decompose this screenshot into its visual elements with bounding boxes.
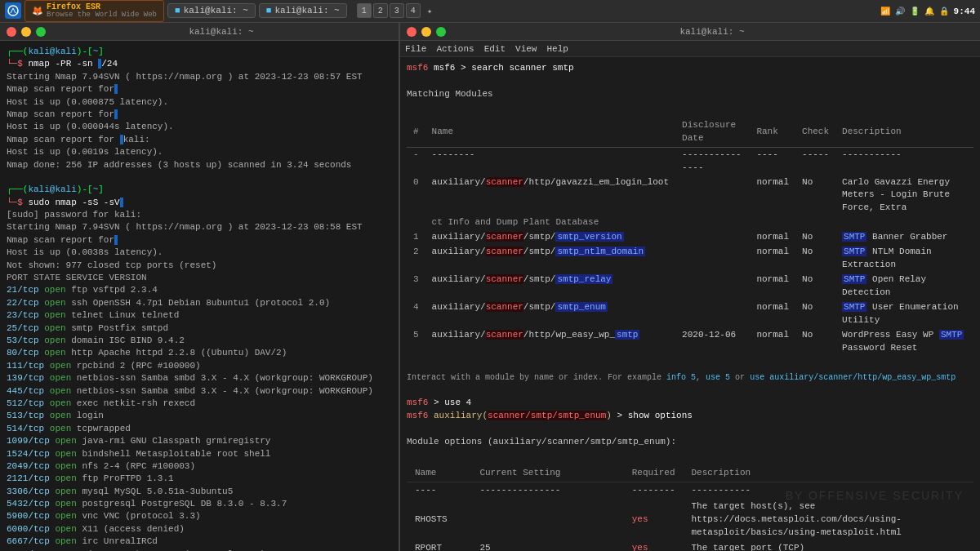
prompt-bracket-1: ] bbox=[98, 47, 104, 56]
firefox-app-button[interactable]: 🦊 Firefox ESR Browse the World Wide Web bbox=[24, 0, 164, 22]
taskbar-right: 📶 🔊 🔋 🔔 🔒 9:44 bbox=[880, 7, 975, 16]
nmap-output-1-5: Host is up (0.000044s latency). bbox=[7, 121, 392, 133]
port-53: 53/tcp open domain ISC BIND 9.4.2 bbox=[7, 335, 392, 347]
search-cmd-line: msf6 msf6 > search scanner smtp bbox=[407, 62, 973, 75]
nmap-cmd-2: └─$ sudo nmap -sS -sV bbox=[7, 197, 392, 209]
firefox-icon: 🦊 bbox=[32, 6, 43, 16]
options-table: Name Current Setting Required Descriptio… bbox=[407, 465, 973, 551]
left-terminal-panel: kali@kali: ~ ┌──(kali@kali)-[~] └─$ nmap… bbox=[0, 23, 400, 551]
terminal-label-2: kali@kali: ~ bbox=[274, 6, 339, 16]
opt-col-current: Current Setting bbox=[471, 465, 623, 482]
port-25: 25/tcp open smtp Postfix smtpd bbox=[7, 322, 392, 335]
module-name-0: -------- bbox=[425, 147, 675, 175]
msf-body[interactable]: msf6 msf6 > search scanner smtp Matching… bbox=[400, 57, 980, 551]
modules-table: # Name Disclosure Date Rank Check Descri… bbox=[407, 118, 973, 356]
menu-file[interactable]: File bbox=[405, 44, 426, 54]
nmap-output-1-2: Nmap scan report for bbox=[7, 83, 392, 96]
table-row: 1 auxiliary/scanner/smtp/smtp_version no… bbox=[407, 230, 973, 245]
nmap-output-2-1: Starting Nmap 7.94SVN ( https://nmap.org… bbox=[7, 221, 392, 233]
port-111: 111/tcp open rpcbind 2 (RPC #100000) bbox=[7, 360, 392, 372]
nmap-cmd-1: └─$ nmap -PR -sn /24 bbox=[7, 58, 392, 70]
table-row: ct Info and Dump Plant Database bbox=[407, 216, 973, 230]
close-button-left[interactable] bbox=[7, 27, 16, 37]
menu-edit[interactable]: Edit bbox=[484, 44, 506, 54]
port-6000: 6000/tcp open X11 (access denied) bbox=[7, 523, 392, 535]
port-21: 21/tcp open ftp vsftpd 2.3.4 bbox=[7, 284, 392, 296]
prompt-user-1: kali@kali bbox=[28, 47, 76, 56]
module-num-0: - bbox=[407, 147, 425, 175]
matching-modules-header: Matching Modules bbox=[407, 88, 973, 101]
terminal-icon-1: ■ bbox=[175, 6, 180, 16]
workspace-1[interactable]: 1 bbox=[357, 3, 372, 18]
port-2121: 2121/tcp open ftp ProFTPD 1.3.1 bbox=[7, 473, 392, 485]
table-row: 0 auxiliary/scanner/http/gavazzi_em_logi… bbox=[407, 176, 973, 216]
terminal-app-1[interactable]: ■ kali@kali: ~ bbox=[167, 3, 256, 18]
port-8009: 8009/tcp open ajp13 Apache Jserv (Protoc… bbox=[7, 549, 392, 551]
table-row: 4 auxiliary/scanner/smtp/smtp_enum norma… bbox=[407, 300, 973, 328]
menu-help[interactable]: Help bbox=[546, 44, 568, 54]
module-name-0b: auxiliary/scanner/http/gavazzi_em_login_… bbox=[425, 176, 675, 216]
main-content: kali@kali: ~ ┌──(kali@kali)-[~] └─$ nmap… bbox=[0, 23, 980, 551]
col-num: # bbox=[407, 118, 425, 147]
port-1524: 1524/tcp open bindshell Metasploitable r… bbox=[7, 448, 392, 460]
taskbar-extra-icons: ✦ bbox=[427, 6, 433, 16]
left-terminal-body[interactable]: ┌──(kali@kali)-[~] └─$ nmap -PR -sn /24 … bbox=[0, 41, 399, 551]
nmap-output-1-7: Host is up (0.0019s latency). bbox=[7, 146, 392, 158]
nmap-command-1: nmap -PR -sn /24 bbox=[28, 59, 118, 69]
lock-icon: 🔒 bbox=[939, 7, 949, 16]
nmap-output-1-4: Nmap scan report for bbox=[7, 109, 392, 121]
min-button-left[interactable] bbox=[21, 27, 31, 37]
left-terminal-titlebar: kali@kali: ~ bbox=[0, 23, 399, 41]
audio-icon: 🔊 bbox=[895, 7, 905, 16]
col-rank: Rank bbox=[750, 118, 795, 147]
nmap-output-2-4: Not shown: 977 closed tcp ports (reset) bbox=[7, 260, 392, 272]
msf-prompt-1: msf6 bbox=[407, 63, 428, 73]
watermark: BY OFFENSIVE SECURITY bbox=[786, 489, 964, 502]
col-date: Disclosure Date bbox=[675, 118, 750, 147]
search-cmd: msf6 > search scanner smtp bbox=[434, 63, 574, 73]
port-513: 513/tcp open login bbox=[7, 410, 392, 422]
nmap-cmd-2-prompt: ┌──(kali@kali)-[~] bbox=[7, 184, 392, 196]
table-row: 5 auxiliary/scanner/http/wp_easy_wp_smtp… bbox=[407, 328, 973, 356]
msf-menubar: File Actions Edit View Help bbox=[400, 41, 980, 57]
workspace-2[interactable]: 2 bbox=[373, 3, 388, 18]
kali-icon bbox=[5, 2, 21, 19]
port-6667: 6667/tcp open irc UnrealIRCd bbox=[7, 535, 392, 548]
menu-actions[interactable]: Actions bbox=[436, 44, 474, 54]
workspace-3[interactable]: 3 bbox=[390, 3, 404, 18]
right-msf-panel: kali@kali: ~ File Actions Edit View Help… bbox=[400, 23, 980, 551]
max-button-right[interactable] bbox=[436, 27, 446, 37]
max-button-left[interactable] bbox=[36, 27, 46, 37]
port-3306: 3306/tcp open mysql MySQL 5.0.51a-3ubunt… bbox=[7, 486, 392, 498]
menu-view[interactable]: View bbox=[515, 44, 537, 54]
opt-row-rport: RPORT 25 yes The target port (TCP) bbox=[407, 540, 973, 551]
terminal-app-2[interactable]: ■ kali@kali: ~ bbox=[259, 3, 347, 18]
module-num-0b: 0 bbox=[407, 176, 425, 216]
table-row: 3 auxiliary/scanner/smtp/smtp_relay norm… bbox=[407, 273, 973, 300]
port-23: 23/tcp open telnet Linux telnetd bbox=[7, 309, 392, 322]
port-2049: 2049/tcp open nfs 2-4 (RPC #100003) bbox=[7, 460, 392, 473]
table-row: - -------- --------------- ---- ----- --… bbox=[407, 147, 973, 175]
port-514: 514/tcp open tcpwrapped bbox=[7, 423, 392, 435]
interact-text: Interact with a module by name or index.… bbox=[407, 372, 973, 384]
module-date-0: --------------- bbox=[675, 147, 750, 175]
table-row: 2 auxiliary/scanner/smtp/smtp_ntlm_domai… bbox=[407, 245, 973, 273]
opt-col-name: Name bbox=[407, 465, 471, 482]
sudo-password-prompt: [sudo] password for kali: bbox=[7, 209, 392, 221]
port-5432: 5432/tcp open postgresql PostgreSQL DB 8… bbox=[7, 498, 392, 510]
nmap-output-1-8: Nmap done: 256 IP addresses (3 hosts up)… bbox=[7, 159, 392, 171]
network-icon: 📶 bbox=[880, 7, 890, 16]
svg-point-0 bbox=[8, 6, 18, 16]
min-button-right[interactable] bbox=[421, 27, 431, 37]
msf-title: kali@kali: ~ bbox=[451, 27, 973, 37]
module-desc-0: ----------- bbox=[835, 147, 973, 175]
port-139: 139/tcp open netbios-ssn Samba smbd 3.X … bbox=[7, 372, 392, 384]
msf-titlebar: kali@kali: ~ bbox=[400, 23, 980, 41]
workspace-4[interactable]: 4 bbox=[406, 3, 421, 18]
module-rank-0: ---- bbox=[750, 147, 795, 175]
nmap-output-1-1: Starting Nmap 7.94SVN ( https://nmap.org… bbox=[7, 71, 392, 83]
nmap-cmd-1-line: ┌──(kali@kali)-[~] bbox=[7, 46, 392, 58]
close-button-right[interactable] bbox=[407, 27, 416, 37]
battery-icon: 🔋 bbox=[910, 7, 920, 16]
system-time: 9:44 bbox=[954, 7, 975, 16]
